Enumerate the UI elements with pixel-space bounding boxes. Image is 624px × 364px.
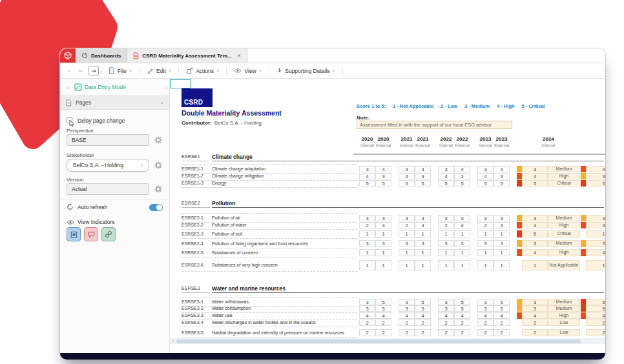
score-cell[interactable]: 4 [494, 312, 510, 319]
score-cell[interactable]: 3 [359, 240, 375, 247]
scrollbar-thumb[interactable] [176, 339, 581, 343]
score-cell[interactable]: 1 [359, 249, 375, 256]
score-cell[interactable]: 5 [415, 305, 431, 312]
score-cell[interactable]: 5 [494, 305, 510, 312]
score-cell[interactable]: 1 [494, 249, 510, 256]
score-cell[interactable]: 2 [359, 329, 375, 336]
score-cell[interactable]: 4 [399, 312, 415, 319]
score-cell[interactable]: 3 [438, 299, 454, 305]
perspective-input[interactable]: BASE [67, 134, 149, 146]
score-cell[interactable]: 3 [415, 173, 431, 179]
score-cell[interactable]: 3 [359, 305, 375, 312]
score-cell[interactable]: 5 [415, 299, 431, 305]
score-cell[interactable]: 2 [477, 319, 494, 326]
score-cell[interactable]: 4 [454, 166, 470, 172]
collapse-left-icon[interactable]: ← [65, 83, 72, 90]
close-tab-icon[interactable]: × [238, 52, 241, 59]
score-cell[interactable]: 2 [359, 319, 375, 326]
score-cell[interactable]: 5 [454, 305, 470, 312]
nav-forward-button[interactable]: ⇥ [88, 66, 99, 76]
version-input[interactable]: Actual [67, 183, 149, 195]
score-cell[interactable]: 1 [375, 249, 391, 256]
score-cell[interactable]: 2 [375, 329, 391, 336]
scroll-left-icon[interactable]: ‹ [170, 338, 176, 344]
score-cell-2024-internal[interactable]: 5 [522, 230, 548, 238]
score-cell[interactable]: 2 [454, 329, 470, 336]
pages-panel-header[interactable]: Pages ∨ [60, 96, 169, 110]
indicator-comment-button[interactable] [84, 227, 98, 241]
score-cell-2024-internal[interactable]: 4 [522, 249, 548, 256]
score-cell-2024-internal[interactable]: 1 [522, 260, 548, 270]
stakeholder-select[interactable]: BelCo S.A. - Holding › [67, 159, 149, 172]
score-cell[interactable]: 4 [375, 222, 391, 228]
score-cell[interactable]: 3 [494, 173, 510, 179]
score-cell[interactable]: 2 [399, 319, 415, 326]
score-cell-2024-internal[interactable]: 2 [522, 319, 548, 326]
score-cell[interactable]: 4 [415, 222, 431, 228]
score-cell[interactable]: 3 [359, 299, 375, 305]
score-cell-2024-external[interactable]: 3 [586, 173, 605, 179]
score-cell-2024-external[interactable]: 4 [586, 312, 605, 319]
score-cell[interactable]: 1 [399, 230, 415, 238]
score-cell[interactable]: 1 [415, 230, 431, 238]
score-cell[interactable]: 4 [359, 173, 375, 179]
score-cell[interactable]: 1 [415, 260, 431, 270]
score-cell[interactable]: 2 [438, 319, 454, 326]
score-cell[interactable]: 5 [359, 180, 375, 187]
score-cell[interactable]: 4 [477, 312, 494, 319]
score-cell[interactable]: 3 [399, 299, 415, 305]
score-cell[interactable]: 3 [477, 240, 494, 247]
score-cell-2024-external[interactable]: 3 [586, 240, 605, 247]
nav-back-button[interactable]: ⇤ [76, 66, 87, 76]
score-cell-2024-external[interactable]: 5 [586, 305, 605, 312]
app-logo-icon[interactable] [60, 48, 76, 63]
auto-refresh-toggle[interactable] [149, 204, 163, 211]
score-cell[interactable]: 3 [375, 173, 391, 179]
score-cell[interactable]: 3 [477, 166, 494, 172]
score-cell[interactable]: 1 [375, 260, 391, 270]
score-cell[interactable]: 3 [375, 215, 391, 221]
score-cell[interactable]: 5 [375, 180, 391, 187]
file-menu[interactable]: File ∨ [101, 63, 139, 78]
score-cell[interactable]: 4 [399, 173, 415, 179]
score-cell-2024-external[interactable]: 3 [586, 215, 605, 221]
score-cell[interactable]: 3 [399, 305, 415, 312]
score-cell[interactable]: 3 [477, 305, 494, 312]
score-cell-2024-internal[interactable]: 3 [522, 166, 548, 172]
score-cell[interactable]: 4 [454, 312, 470, 319]
edit-menu[interactable]: Edit ∨ [140, 63, 178, 78]
score-cell[interactable]: 5 [375, 299, 391, 305]
score-cell[interactable]: 1 [454, 249, 470, 256]
score-cell[interactable]: 3 [359, 166, 375, 172]
score-cell[interactable]: 4 [454, 222, 470, 228]
score-cell[interactable]: 4 [359, 312, 375, 319]
score-cell[interactable]: 2 [477, 329, 494, 336]
score-cell[interactable]: 4 [438, 312, 454, 319]
score-cell-2024-internal[interactable]: 3 [522, 215, 548, 221]
score-cell[interactable]: 4 [494, 166, 510, 172]
score-cell[interactable]: 4 [375, 166, 391, 172]
score-cell[interactable]: 2 [438, 329, 454, 336]
score-cell[interactable]: 2 [415, 319, 431, 326]
score-cell[interactable]: 5 [454, 299, 470, 305]
selected-cell[interactable] [170, 79, 191, 88]
score-cell[interactable]: 2 [494, 319, 510, 326]
score-cell[interactable]: 5 [454, 180, 470, 187]
score-cell[interactable]: 2 [359, 222, 375, 228]
version-gear-icon[interactable] [154, 185, 162, 193]
score-cell[interactable]: 3 [494, 215, 510, 221]
score-cell[interactable]: 5 [399, 180, 415, 187]
score-cell-2024-internal[interactable]: 3 [522, 299, 548, 305]
score-cell-2024-external[interactable]: 4 [586, 249, 605, 256]
score-cell[interactable]: 3 [399, 240, 415, 247]
score-cell[interactable]: 4 [415, 312, 431, 319]
score-cell[interactable]: 3 [415, 240, 431, 247]
stakeholder-gear-icon[interactable] [154, 161, 162, 169]
score-cell[interactable]: 3 [438, 166, 454, 172]
score-cell[interactable]: 1 [454, 230, 470, 238]
tab-dashboards[interactable]: Dashboards [76, 48, 127, 63]
score-cell[interactable]: 4 [477, 173, 494, 179]
score-cell[interactable]: 1 [477, 230, 494, 238]
score-cell-2024-external[interactable]: 2 [586, 329, 605, 336]
score-cell[interactable]: 3 [454, 240, 470, 247]
